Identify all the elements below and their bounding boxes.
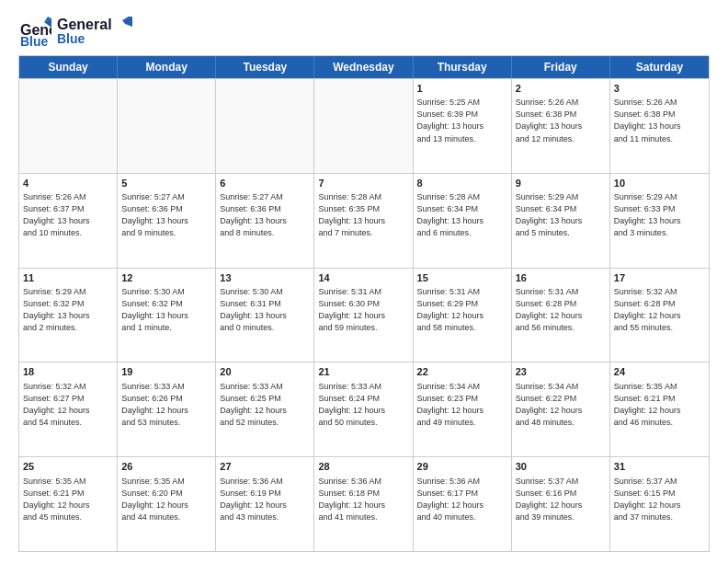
cell-info: Sunrise: 5:27 AM Sunset: 6:36 PM Dayligh… — [220, 191, 310, 239]
day-number: 20 — [220, 365, 310, 379]
calendar-header: SundayMondayTuesdayWednesdayThursdayFrid… — [19, 56, 709, 78]
cell-info: Sunrise: 5:36 AM Sunset: 6:17 PM Dayligh… — [417, 476, 507, 523]
cell-info: Sunrise: 5:31 AM Sunset: 6:30 PM Dayligh… — [318, 286, 408, 334]
day-cell-21: 21Sunrise: 5:33 AM Sunset: 6:24 PM Dayli… — [314, 362, 413, 456]
day-number: 13 — [220, 271, 310, 285]
cell-info: Sunrise: 5:35 AM Sunset: 6:21 PM Dayligh… — [614, 381, 705, 429]
day-number: 4 — [23, 177, 113, 190]
day-number: 8 — [417, 177, 507, 190]
weekday-header-thursday: Thursday — [414, 56, 512, 78]
day-cell-16: 16Sunrise: 5:31 AM Sunset: 6:28 PM Dayli… — [512, 269, 610, 362]
day-cell-23: 23Sunrise: 5:34 AM Sunset: 6:22 PM Dayli… — [512, 362, 610, 456]
weekday-header-monday: Monday — [118, 56, 216, 78]
day-number: 18 — [23, 365, 113, 379]
day-number: 6 — [220, 177, 310, 190]
cell-info: Sunrise: 5:27 AM Sunset: 6:36 PM Dayligh… — [121, 191, 211, 239]
header: General Blue General Blue — [18, 15, 710, 48]
day-cell-20: 20Sunrise: 5:33 AM Sunset: 6:25 PM Dayli… — [216, 362, 314, 456]
day-cell-15: 15Sunrise: 5:31 AM Sunset: 6:29 PM Dayli… — [414, 269, 512, 362]
day-cell-17: 17Sunrise: 5:32 AM Sunset: 6:28 PM Dayli… — [610, 269, 709, 362]
day-cell-30: 30Sunrise: 5:37 AM Sunset: 6:16 PM Dayli… — [512, 457, 610, 551]
day-cell-31: 31Sunrise: 5:37 AM Sunset: 6:15 PM Dayli… — [610, 457, 709, 551]
day-cell-24: 24Sunrise: 5:35 AM Sunset: 6:21 PM Dayli… — [610, 362, 709, 456]
day-number: 2 — [516, 82, 606, 96]
day-number: 10 — [614, 177, 705, 190]
cell-info: Sunrise: 5:26 AM Sunset: 6:38 PM Dayligh… — [614, 97, 705, 144]
cell-info: Sunrise: 5:28 AM Sunset: 6:34 PM Dayligh… — [417, 191, 507, 239]
day-cell-10: 10Sunrise: 5:29 AM Sunset: 6:33 PM Dayli… — [610, 174, 709, 268]
cell-info: Sunrise: 5:37 AM Sunset: 6:16 PM Dayligh… — [516, 476, 606, 523]
day-cell-29: 29Sunrise: 5:36 AM Sunset: 6:17 PM Dayli… — [414, 457, 512, 551]
day-number: 23 — [516, 365, 606, 379]
cell-info: Sunrise: 5:32 AM Sunset: 6:27 PM Dayligh… — [23, 381, 113, 429]
day-number: 15 — [417, 271, 507, 285]
day-cell-18: 18Sunrise: 5:32 AM Sunset: 6:27 PM Dayli… — [19, 362, 118, 456]
cell-info: Sunrise: 5:31 AM Sunset: 6:28 PM Dayligh… — [516, 286, 606, 334]
page: General Blue General Blue Sun — [0, 0, 728, 563]
day-number: 28 — [318, 460, 408, 474]
day-cell-1: 1Sunrise: 5:25 AM Sunset: 6:39 PM Daylig… — [414, 79, 512, 173]
day-number: 26 — [121, 460, 211, 474]
cell-info: Sunrise: 5:33 AM Sunset: 6:25 PM Dayligh… — [220, 381, 310, 429]
day-cell-4: 4Sunrise: 5:26 AM Sunset: 6:37 PM Daylig… — [19, 174, 118, 268]
empty-cell — [314, 79, 413, 173]
day-number: 21 — [318, 365, 408, 379]
day-number: 5 — [121, 177, 211, 190]
week-row-2: 4Sunrise: 5:26 AM Sunset: 6:37 PM Daylig… — [19, 173, 709, 268]
logo: General Blue General Blue — [18, 15, 132, 48]
cell-info: Sunrise: 5:28 AM Sunset: 6:35 PM Dayligh… — [318, 191, 408, 239]
day-number: 3 — [614, 82, 705, 96]
cell-info: Sunrise: 5:36 AM Sunset: 6:19 PM Dayligh… — [220, 476, 310, 523]
cell-info: Sunrise: 5:31 AM Sunset: 6:29 PM Dayligh… — [417, 286, 507, 334]
day-number: 17 — [614, 271, 705, 285]
day-number: 30 — [516, 460, 606, 474]
weekday-header-saturday: Saturday — [610, 56, 709, 78]
day-cell-14: 14Sunrise: 5:31 AM Sunset: 6:30 PM Dayli… — [314, 269, 413, 362]
empty-cell — [19, 79, 118, 173]
cell-info: Sunrise: 5:37 AM Sunset: 6:15 PM Dayligh… — [614, 476, 705, 523]
weekday-header-tuesday: Tuesday — [216, 56, 314, 78]
day-number: 31 — [614, 460, 705, 474]
day-number: 24 — [614, 365, 705, 379]
weekday-header-wednesday: Wednesday — [314, 56, 413, 78]
week-row-3: 11Sunrise: 5:29 AM Sunset: 6:32 PM Dayli… — [19, 268, 709, 362]
day-number: 27 — [220, 460, 310, 474]
cell-info: Sunrise: 5:29 AM Sunset: 6:34 PM Dayligh… — [516, 191, 606, 239]
day-cell-25: 25Sunrise: 5:35 AM Sunset: 6:21 PM Dayli… — [19, 457, 118, 551]
day-cell-22: 22Sunrise: 5:34 AM Sunset: 6:23 PM Dayli… — [414, 362, 512, 456]
day-number: 29 — [417, 460, 507, 474]
week-row-1: 1Sunrise: 5:25 AM Sunset: 6:39 PM Daylig… — [19, 78, 709, 173]
day-number: 14 — [318, 271, 408, 285]
svg-text:Blue: Blue — [20, 34, 49, 48]
cell-info: Sunrise: 5:29 AM Sunset: 6:33 PM Dayligh… — [614, 191, 705, 239]
day-cell-2: 2Sunrise: 5:26 AM Sunset: 6:38 PM Daylig… — [512, 79, 610, 173]
cell-info: Sunrise: 5:35 AM Sunset: 6:20 PM Dayligh… — [121, 476, 211, 523]
day-cell-12: 12Sunrise: 5:30 AM Sunset: 6:32 PM Dayli… — [118, 269, 216, 362]
day-number: 25 — [23, 460, 113, 474]
weekday-header-friday: Friday — [512, 56, 610, 78]
day-cell-7: 7Sunrise: 5:28 AM Sunset: 6:35 PM Daylig… — [314, 174, 413, 268]
cell-info: Sunrise: 5:25 AM Sunset: 6:39 PM Dayligh… — [417, 97, 507, 144]
day-number: 16 — [516, 271, 606, 285]
week-row-4: 18Sunrise: 5:32 AM Sunset: 6:27 PM Dayli… — [19, 362, 709, 456]
logo-bird-icon — [112, 17, 132, 37]
day-number: 19 — [121, 365, 211, 379]
day-number: 11 — [23, 271, 113, 285]
day-number: 7 — [318, 177, 408, 190]
day-cell-11: 11Sunrise: 5:29 AM Sunset: 6:32 PM Dayli… — [19, 269, 118, 362]
calendar-body: 1Sunrise: 5:25 AM Sunset: 6:39 PM Daylig… — [19, 78, 709, 551]
cell-info: Sunrise: 5:34 AM Sunset: 6:22 PM Dayligh… — [516, 381, 606, 429]
day-number: 22 — [417, 365, 507, 379]
day-cell-3: 3Sunrise: 5:26 AM Sunset: 6:38 PM Daylig… — [610, 79, 709, 173]
day-cell-28: 28Sunrise: 5:36 AM Sunset: 6:18 PM Dayli… — [314, 457, 413, 551]
cell-info: Sunrise: 5:33 AM Sunset: 6:24 PM Dayligh… — [318, 381, 408, 429]
cell-info: Sunrise: 5:30 AM Sunset: 6:31 PM Dayligh… — [220, 286, 310, 334]
cell-info: Sunrise: 5:32 AM Sunset: 6:28 PM Dayligh… — [614, 286, 705, 334]
week-row-5: 25Sunrise: 5:35 AM Sunset: 6:21 PM Dayli… — [19, 456, 709, 551]
empty-cell — [118, 79, 216, 173]
cell-info: Sunrise: 5:36 AM Sunset: 6:18 PM Dayligh… — [318, 476, 408, 523]
weekday-header-sunday: Sunday — [19, 56, 118, 78]
empty-cell — [216, 79, 314, 173]
logo-blue: Blue — [57, 32, 112, 46]
cell-info: Sunrise: 5:33 AM Sunset: 6:26 PM Dayligh… — [121, 381, 211, 429]
